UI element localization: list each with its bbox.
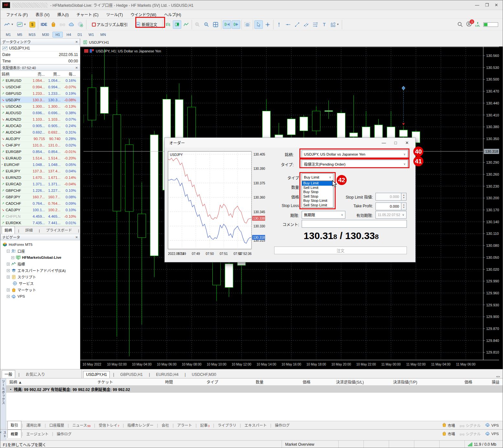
tree-expander[interactable]: +: [7, 263, 10, 266]
order-kind-select[interactable]: 指値注文(Pending Order)∨: [302, 160, 408, 168]
chart-tab-EURUSD,H4[interactable]: EURUSD,H4: [153, 371, 181, 378]
market-watch-column[interactable]: 銘柄: [0, 71, 30, 77]
market-watch-row[interactable]: ↘AUDJPY90.71590.7400.28%: [0, 136, 80, 142]
nav-item-口座[interactable]: −口座: [0, 248, 80, 254]
market-watch-row[interactable]: ↗EURDKK7.435...7.441...0.01%: [0, 220, 80, 226]
community-button[interactable]: [76, 20, 85, 29]
tab-プライスボード[interactable]: プライスボード: [43, 226, 75, 234]
timeframe-H4[interactable]: H4: [63, 32, 74, 38]
tester-tab-操作ログ[interactable]: 操作ログ: [53, 430, 75, 438]
dialog-minimize-button[interactable]: —: [382, 140, 386, 145]
market-watch-row[interactable]: ↘EURNZD1.670...1.671...-0.14%: [0, 174, 80, 181]
order-type-option-Buy Stop[interactable]: Buy Stop: [302, 190, 333, 194]
window-close-button[interactable]: ✕: [495, 3, 498, 7]
toolbox-tab-取引[interactable]: 取引: [7, 421, 21, 429]
trendline-tool-button[interactable]: [293, 20, 301, 29]
line-mode-button[interactable]: [182, 20, 190, 29]
crosshair-tool-button[interactable]: [263, 20, 272, 29]
stop-limit-stepper[interactable]: ▲▼: [401, 193, 407, 201]
toolbox-VPS[interactable]: VPS: [485, 423, 499, 427]
notifications-button[interactable]: 1: [466, 21, 472, 28]
chart-window-button[interactable]: ▼: [16, 20, 28, 29]
nav-item-root[interactable]: HotForex MT5: [0, 241, 80, 248]
menu-item[interactable]: 挿入(I): [53, 11, 73, 18]
market-watch-row[interactable]: ↗AUDUSD0.696...0.696...0.38%: [0, 110, 80, 116]
trade-col-6[interactable]: 決済逆指値(S/L): [314, 379, 367, 385]
timeframe-M5[interactable]: M5: [14, 32, 25, 38]
toolbox-tab-口座履歴[interactable]: 口座履歴: [46, 421, 67, 429]
toolbox-tab-運用比率[interactable]: 運用比率: [23, 421, 44, 429]
close-icon[interactable]: ✕: [75, 235, 78, 239]
tree-expander[interactable]: +: [7, 276, 10, 279]
market-watch-row[interactable]: ↘CHFJPY131.0...131.0...0.02%: [0, 142, 80, 148]
toolbox-tab-エキスパート[interactable]: エキスパート: [241, 421, 270, 429]
trade-col-1[interactable]: チケット: [66, 379, 116, 385]
market-watch-row[interactable]: ↗GBPJPY160.7...160.7...0.08%: [0, 194, 80, 200]
toolbox-tab-アラート[interactable]: アラート: [174, 421, 195, 429]
toolbox-tab-ニュース[interactable]: ニュース99: [69, 421, 94, 429]
menu-item[interactable]: 表示 (V): [32, 11, 53, 18]
market-watch-row[interactable]: ↗EURCAD1.371...1.371...-0.04%: [0, 181, 80, 187]
tree-expander[interactable]: +: [7, 269, 10, 272]
toolbox-tab-記事[interactable]: 記事3: [197, 421, 213, 429]
order-type-select[interactable]: Buy Limit∨: [302, 173, 333, 181]
menu-item[interactable]: ヘルプ(H): [160, 11, 185, 18]
order-type-option-Sell Stop[interactable]: Sell Stop: [302, 194, 333, 199]
nav-item-VPS[interactable]: +VPS: [0, 293, 80, 300]
chart-tab-USDCHF,M30[interactable]: USDCHF,M30: [189, 371, 219, 378]
tree-expander[interactable]: −: [7, 250, 10, 253]
take-profit-input[interactable]: 0.000: [375, 202, 401, 210]
expiry-date-select[interactable]: 11.05.22 07:52∨: [375, 211, 407, 219]
timeframe-H1[interactable]: H1: [52, 32, 63, 38]
toolbox-tab-会社[interactable]: 会社: [158, 421, 172, 429]
channel-tool-button[interactable]: [302, 20, 310, 29]
tester-市場[interactable]: 市場: [442, 431, 455, 436]
market-watch-row[interactable]: ↘USDCHF0.994...0.994...-0.07%: [0, 84, 80, 90]
window-minimize-button[interactable]: —: [475, 3, 479, 7]
order-type-dropdown-list[interactable]: Buy LimitSell LimitBuy StopSell StopBuy …: [302, 181, 333, 208]
signal-button[interactable]: ((o)): [58, 20, 67, 29]
tile-windows-button[interactable]: [211, 20, 220, 29]
level-icon[interactable]: ⬆LVL: [475, 22, 480, 27]
timeframe-D1[interactable]: D1: [75, 32, 85, 38]
nav-item-サービス[interactable]: サービス: [0, 280, 80, 287]
order-type-option-Sell Stop Limit[interactable]: Sell Stop Limit: [302, 203, 333, 208]
vertical-line-tool-button[interactable]: [275, 20, 283, 29]
tester-tab-エージェント[interactable]: エージェント: [23, 430, 52, 438]
take-profit-stepper[interactable]: ▲▼: [401, 202, 407, 210]
tree-expander[interactable]: +: [7, 289, 10, 291]
market-watch-row[interactable]: ↗EURUSD1.054...1.054...0.16%: [0, 77, 80, 84]
menu-item[interactable]: ツール(T): [102, 11, 127, 18]
chart-tab-GBPUSD,H1[interactable]: GBPUSD,H1: [117, 371, 146, 378]
market-watch-row[interactable]: ↗EURGBP0.854...0.854...-0.01%: [0, 148, 80, 155]
nav-tab-お気に入り[interactable]: お気に入り: [23, 370, 48, 378]
market-watch-row[interactable]: ↗AUDCHF0.692...0.692...0.31%: [0, 129, 80, 136]
market-watch-row[interactable]: ↗CHFPLN4.459...4.465...-0.10%: [0, 213, 80, 220]
window-maximize-button[interactable]: ❐: [485, 3, 489, 7]
expiry-select[interactable]: 無期限∨: [302, 211, 345, 219]
toolbox-tab-操作ログ[interactable]: 操作ログ: [272, 421, 293, 429]
shift-chart-button[interactable]: [232, 20, 240, 29]
market-watch-row[interactable]: ↘USDJPY130.3...130.3...-0.08%: [0, 97, 80, 103]
new-order-button[interactable]: 新規注文: [132, 20, 161, 29]
trade-col-4[interactable]: 数量: [221, 379, 267, 385]
dialog-maximize-button[interactable]: □: [394, 140, 397, 145]
market-watch-row[interactable]: ↘USDCAD1.300...1.300...-0.13%: [0, 103, 80, 110]
horizontal-line-tool-button[interactable]: [284, 20, 292, 29]
toolbox-strip[interactable]: ツールボックス: [0, 378, 6, 429]
cursor-tool-button[interactable]: [254, 20, 263, 29]
zoom-out-button[interactable]: [202, 20, 211, 29]
toolbox-tab-指標カレンダー[interactable]: 指標カレンダー: [124, 421, 157, 429]
chart-tab-USDJPY,H1[interactable]: USDJPY,H1: [83, 371, 110, 378]
market-watch-row[interactable]: ↘AUDNZD1.103...1.103...0.07%: [0, 116, 80, 123]
trade-col-3[interactable]: タイプ: [176, 379, 221, 385]
screenshot-button[interactable]: [243, 20, 252, 29]
tree-expander[interactable]: +: [11, 256, 14, 259]
nav-item-マーケット[interactable]: +マーケット: [0, 287, 80, 293]
chart-subwindow-titlebar[interactable]: USDJPY,H1: [80, 38, 503, 47]
toolbox-市場[interactable]: 市場: [442, 423, 455, 428]
trade-col-8[interactable]: 価格: [420, 379, 475, 385]
order-type-option-Sell Limit[interactable]: Sell Limit: [302, 186, 333, 190]
tester-VPS[interactable]: VPS: [485, 432, 499, 436]
nav-tab-一般[interactable]: 一般: [2, 370, 15, 378]
